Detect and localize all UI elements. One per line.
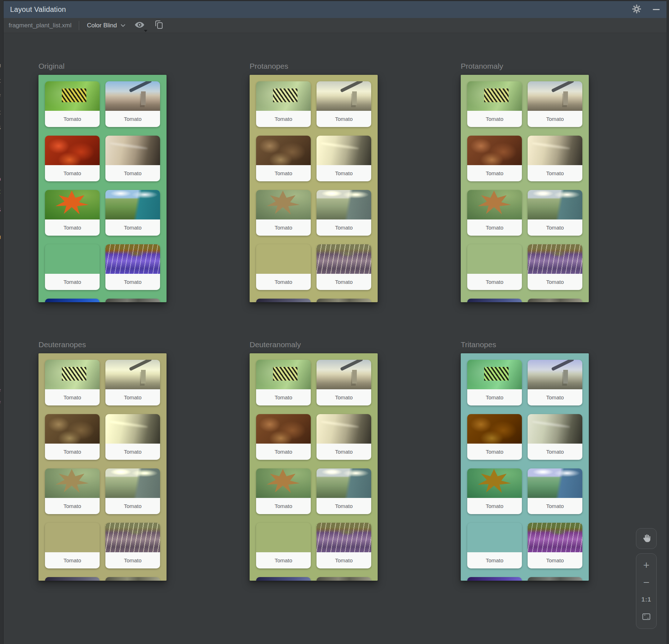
plant-card-label: Tomato [335,449,352,455]
plant-card-label: Tomato [124,503,141,509]
plant-card-label: Tomato [124,394,141,400]
minimize-button[interactable] [651,5,661,15]
colorblind-mode-dropdown[interactable]: Color Blind [87,22,126,29]
plant-card: Tomato [317,468,371,514]
plant-card: Tomato [467,414,522,460]
plant-card: Tomato [528,468,582,514]
titlebar: Layout Validation [0,0,669,18]
wet-branch-image [528,414,582,444]
plant-card-label: Tomato [546,225,564,231]
maple-leaf-image [256,468,311,498]
editor-text-fragment: ( [0,329,4,334]
plant-card: Tomato [528,360,582,405]
wet-branch-image [317,414,371,444]
filename-label: fragment_plant_list.xml [9,22,72,29]
cloudy-gray-image [105,577,160,581]
plant-card: Tomato [256,81,311,127]
editor-text-fragment: C [0,110,4,115]
plant-card: Tomato [105,360,160,405]
window-title: Layout Validation [10,5,66,14]
caterpillar-image [467,360,522,389]
panel-title: Deuteranomaly [250,340,378,350]
plant-card-label: Tomato [335,394,352,400]
plant-card-label: Tomato [124,279,141,285]
editor-text-fragment: ( [0,436,4,441]
plant-card-label: Tomato [546,279,564,285]
editor-text-fragment: ( [0,341,4,346]
eye-icon [134,24,145,30]
plant-card-label: Tomato [274,116,292,122]
editor-text-fragment: ( [0,461,4,466]
panel-title: Protanopes [250,61,378,71]
plant-card: Tomato [256,360,311,405]
plant-card: Tomato [45,81,100,127]
panel-grid: Original Tomato Tomato Tomato Tomato Tom… [38,61,589,581]
caterpillar-image [45,360,100,389]
editor-text-fragment: ( [0,318,4,323]
editor-text-fragment: S [0,207,4,212]
plant-card-label: Tomato [274,170,292,176]
caterpillar-image [45,81,100,111]
coastline-image [105,468,160,498]
telescope-image [317,360,371,389]
plant-card: Tomato [105,244,160,290]
panel-preview-body: Tomato Tomato Tomato Tomato Tomato Tomat… [461,75,589,302]
actual-size-button[interactable]: 1:1 [636,591,656,608]
toolbar-separator [79,21,79,30]
plant-card: Tomato [105,414,160,460]
zoom-in-button[interactable]: + [636,557,656,574]
plant-card: Tomato [317,136,371,181]
editor-text-fragment: ( [0,412,4,417]
plant-card: Tomato [256,468,311,514]
fit-screen-icon [642,612,651,622]
red-maples-image [467,414,522,444]
plant-card-label: Tomato [274,503,292,509]
coastline-image [528,190,582,219]
cloudy-gray-image [105,299,160,302]
maple-leaf-image [467,190,522,219]
zoom-out-button[interactable]: − [636,574,656,591]
fit-screen-button[interactable] [636,608,656,626]
plant-card-label: Tomato [274,225,292,231]
pan-button[interactable] [636,528,657,549]
plant-card-label: Tomato [335,225,352,231]
plant-card-label: Tomato [335,503,352,509]
plant-card: Tomato [467,360,522,405]
plant-card: Tomato [317,523,371,568]
plant-card-label: Tomato [63,279,81,285]
maple-leaf-image [467,468,522,498]
coastline-image [317,190,371,219]
settings-gear-button[interactable] [632,5,642,15]
plant-card-label: Tomato [546,116,564,122]
plant-card: Tomato [528,523,582,568]
plant-card-label: Tomato [274,279,292,285]
editor-text-fragment: ( [0,364,4,369]
plant-card: Tomato [256,414,311,460]
plant-card: Tomato [105,190,160,236]
blue-landscape-image [256,577,311,581]
plant-card-label: Tomato [546,170,564,176]
plant-card-label: Tomato [486,225,503,231]
wet-branch-image [105,414,160,444]
blue-landscape-image [45,577,100,581]
panel-preview-body: Tomato Tomato Tomato Tomato Tomato Tomat… [250,353,378,581]
plant-card-label: Tomato [546,449,564,455]
visibility-button[interactable] [134,21,145,30]
plant-card-label: Tomato [63,449,81,455]
red-maples-image [256,414,311,444]
red-maples-image [45,414,100,444]
red-maples-image [256,136,311,165]
copy-layouts-button[interactable] [154,20,164,31]
plant-card-label: Tomato [274,394,292,400]
plant-card: Tomato [45,523,100,568]
maple-leaf-image [45,190,100,219]
panel-preview-body: Tomato Tomato Tomato Tomato Tomato Tomat… [250,75,378,302]
editor-edge-strip: UCFCSaISU((▌(((((((FF(((((( [0,0,4,644]
coastline-image [105,190,160,219]
editor-text-fragment: ( [0,257,4,262]
editor-text-fragment: ( [0,305,4,310]
preview-panel-deuteranomaly: Deuteranomaly Tomato Tomato Tomato Tomat… [250,340,378,581]
blue-landscape-image [467,299,522,302]
plant-card: Tomato [45,360,100,405]
plant-card: Tomato [467,190,522,236]
